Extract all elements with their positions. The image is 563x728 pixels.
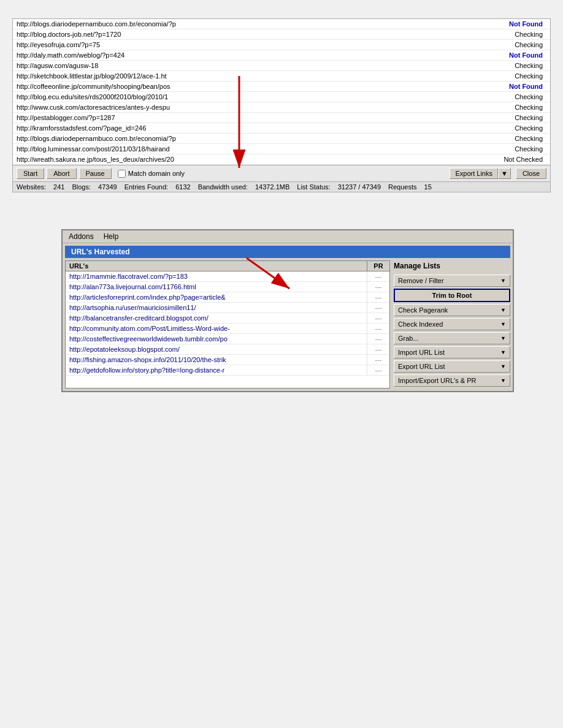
requests-label: Requests (388, 183, 416, 191)
pr-cell: --- (367, 282, 389, 292)
col-pr-header: PR (367, 261, 389, 271)
url-row[interactable]: http://community.atom.com/Post/Limitless… (66, 324, 389, 334)
start-button[interactable]: Start (17, 168, 44, 179)
status-cell: Checking (389, 92, 550, 102)
url-cell: http://1mammie.flacotravel.com/?p=183 (66, 271, 367, 281)
table-row: http://www.cusk.com/actoresactrices/ante… (13, 102, 550, 113)
status-cell: Not Found (389, 50, 550, 61)
table-row: http://coffeeonline.jp/community/shoopin… (13, 82, 550, 92)
top-section: http://blogs.diariodepernambuco.com.br/e… (12, 18, 551, 192)
table-row: http://eyesofruja.com/?p=75 Checking (13, 40, 550, 50)
dropdown-arrow-icon: ▼ (500, 335, 506, 341)
match-domain-checkbox[interactable] (118, 170, 126, 178)
entries-value: 6132 (175, 183, 190, 191)
table-row: http://blogs.diariodepernambuco.com.br/e… (13, 134, 550, 144)
pr-cell: --- (367, 313, 389, 323)
url-row[interactable]: http://getdofollow.info/story.php?title=… (66, 365, 389, 376)
url-list-table: http://blogs.diariodepernambuco.com.br/e… (13, 19, 550, 165)
url-cell: http://community.atom.com/Post/Limitless… (66, 324, 367, 333)
manage-list-button[interactable]: Check Indexed▼ (394, 318, 510, 330)
table-row: http://agusw.com/agusw-18 Checking (13, 61, 550, 71)
url-cell: http://kramforsstadsfest.com/?page_id=24… (13, 123, 389, 134)
url-cell: http://eyesofruja.com/?p=75 (13, 40, 389, 50)
table-row: http://blog.ecu.edu/sites/rds2000f2010/b… (13, 92, 550, 102)
toolbar: Start Abort Pause Match domain only Expo… (13, 165, 550, 181)
url-cell: http://blog.doctors-job.net/?p=1720 (13, 29, 389, 40)
url-row[interactable]: http://alan773a.livejournal.com/11766.ht… (66, 282, 389, 292)
url-cell: http://blog.ecu.edu/sites/rds2000f2010/b… (13, 92, 389, 102)
status-cell: Checking (389, 144, 550, 154)
status-cell: Checking (389, 134, 550, 144)
manage-list-button[interactable]: Check Pagerank▼ (394, 304, 510, 316)
url-row[interactable]: http://fishing.amazon-shopx.info/2011/10… (66, 355, 389, 365)
url-row[interactable]: http://articlesforreprint.com/index.php?… (66, 292, 389, 303)
table-row: http://blog.luminessar.com/post/2011/03/… (13, 144, 550, 154)
dropdown-arrow-icon: ▼ (500, 321, 506, 327)
manage-list-button[interactable]: Grab...▼ (394, 332, 510, 344)
bandwidth-label: Bandwidth used: (198, 183, 248, 191)
col-url-header: URL's (66, 261, 367, 271)
url-cell: http://getdofollow.info/story.php?title=… (66, 365, 367, 375)
url-row[interactable]: http://1mammie.flacotravel.com/?p=183 --… (66, 271, 389, 282)
status-cell: Checking (389, 113, 550, 123)
status-cell: Not Found (389, 82, 550, 92)
menu-bar: Addons Help (63, 230, 513, 243)
pause-button[interactable]: Pause (79, 168, 112, 179)
panel-title: URL's Harvested (65, 246, 510, 258)
url-row[interactable]: http://epotatoleeksoup.blogspot.com/ --- (66, 344, 389, 355)
url-cell: http://alan773a.livejournal.com/11766.ht… (66, 282, 367, 292)
dropdown-arrow-icon: ▼ (500, 377, 506, 384)
manage-list-button[interactable]: Export URL List▼ (394, 360, 510, 373)
close-button[interactable]: Close (516, 168, 546, 179)
export-links-main-button[interactable]: Export Links (450, 168, 498, 179)
status-bar: Websites: 241 Blogs: 47349 Entries Found… (13, 181, 550, 192)
export-links-arrow-button[interactable]: ▼ (498, 168, 511, 179)
url-row[interactable]: http://artsophia.ru/user/mauriciosimille… (66, 303, 389, 313)
status-cell: Not Checked (389, 154, 550, 165)
status-cell: Checking (389, 61, 550, 71)
url-row[interactable]: http://balancetransfer-creditcard.blogsp… (66, 313, 389, 324)
manage-list-button[interactable]: Import/Export URL's & PR▼ (394, 374, 510, 387)
url-cell: http://pestablogger.com/?p=1287 (13, 113, 389, 123)
dropdown-arrow-icon: ▼ (500, 349, 506, 355)
pr-cell: --- (367, 334, 389, 344)
menu-addons[interactable]: Addons (67, 232, 95, 241)
manage-list-button[interactable]: Import URL List▼ (394, 346, 510, 358)
url-panel: URL's PR http://1mammie.flacotravel.com/… (65, 260, 390, 389)
pr-cell: --- (367, 292, 389, 302)
pr-cell: --- (367, 344, 389, 354)
pr-cell: --- (367, 303, 389, 313)
table-row: http://pestablogger.com/?p=1287 Checking (13, 113, 550, 123)
url-cell: http://blogs.diariodepernambuco.com.br/e… (13, 134, 389, 144)
status-cell: Checking (389, 102, 550, 113)
table-row: http://blogs.diariodepernambuco.com.br/e… (13, 19, 550, 29)
url-panel-header: URL's PR (66, 261, 389, 271)
dropdown-arrow-icon: ▼ (500, 307, 506, 313)
bottom-section: Addons Help URL's Harvested URL's PR htt… (61, 229, 514, 392)
status-cell: Checking (389, 71, 550, 82)
manage-title: Manage Lists (394, 260, 510, 273)
websites-label: Websites: (17, 183, 46, 191)
menu-help[interactable]: Help (102, 232, 120, 241)
table-row: http://blog.doctors-job.net/?p=1720 Chec… (13, 29, 550, 40)
url-cell: http://fishing.amazon-shopx.info/2011/10… (66, 355, 367, 365)
abort-button[interactable]: Abort (47, 168, 76, 179)
url-row[interactable]: http://costeffectivegreenworldwideweb.tu… (66, 334, 389, 344)
list-status-label: List Status: (297, 183, 330, 191)
table-row: http://wreath.sakura.ne.jp/tous_les_deux… (13, 154, 550, 165)
url-cell: http://coffeeonline.jp/community/shoopin… (13, 82, 389, 92)
main-content: URL's PR http://1mammie.flacotravel.com/… (63, 258, 513, 391)
manage-list-button[interactable]: Remove / Filter▼ (394, 275, 510, 287)
export-links-btn[interactable]: Export Links ▼ (450, 168, 510, 179)
url-cell: http://artsophia.ru/user/mauriciosimille… (66, 303, 367, 313)
manage-panel: Manage Lists Remove / Filter▼Trim to Roo… (394, 260, 510, 389)
blogs-value: 47349 (98, 183, 117, 191)
table-row: http://sketchbook.littlestar.jp/blog/200… (13, 71, 550, 82)
match-domain-checkbox-area[interactable]: Match domain only (118, 170, 185, 178)
manage-list-button[interactable]: Trim to Root (394, 289, 510, 302)
status-cell: Not Found (389, 19, 550, 29)
url-rows: http://1mammie.flacotravel.com/?p=183 --… (66, 271, 389, 376)
websites-value: 241 (53, 183, 64, 191)
table-row: http://daly.math.com/weblog/?p=424 Not F… (13, 50, 550, 61)
table-row: http://kramforsstadsfest.com/?page_id=24… (13, 123, 550, 134)
